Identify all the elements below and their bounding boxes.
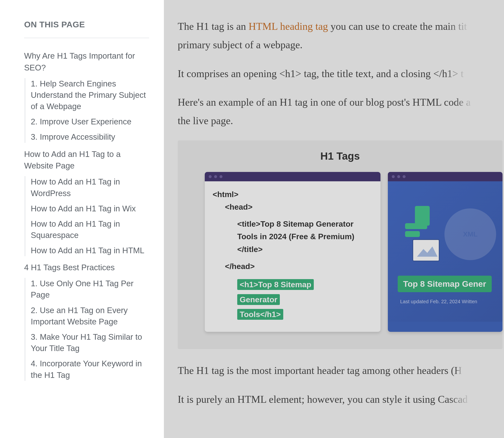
code-h1-highlight: <h1>Top 8 Sitemap Generator Tools</h1>: [213, 277, 318, 322]
bar-icon: [405, 223, 427, 229]
preview-window: XML Top 8 Sitemap Gener Last updated Feb…: [388, 172, 503, 332]
xml-badge: XML: [444, 208, 496, 260]
toc-link[interactable]: 4. Incorporate Your Keyword in the H1 Ta…: [31, 358, 149, 381]
toc-link[interactable]: How to Add an H1 Tag in HTML: [31, 245, 149, 256]
link-html-heading-tag[interactable]: HTML heading tag: [249, 21, 328, 32]
toc-section[interactable]: 4 H1 Tags Best Practices: [24, 262, 149, 273]
text: The H1 tag is an: [178, 21, 249, 32]
toc-sublist: How to Add an H1 Tag in WordPress How to…: [25, 176, 149, 256]
toc-link[interactable]: How to Add an H1 Tag in Wix: [31, 203, 149, 214]
preview-meta: Last updated Feb. 22, 2024 Written: [400, 299, 477, 304]
toc-link[interactable]: 2. Use an H1 Tag on Every Important Webs…: [31, 305, 149, 327]
code-line: <head>: [213, 201, 373, 213]
svg-marker-0: [417, 246, 438, 257]
text: primary subject of a webpage.: [178, 39, 302, 51]
toc-link[interactable]: How to Add an H1 Tag in Squarespace: [31, 218, 149, 241]
toc-section[interactable]: How to Add an H1 Tag to a Website Page: [24, 148, 149, 172]
code-line: </head>: [213, 260, 373, 273]
text: Here's an example of an H1 tag in one of…: [178, 97, 444, 108]
toc-link[interactable]: 1. Use Only One H1 Tag Per Page: [31, 278, 149, 301]
image-icon: [412, 239, 440, 261]
toc-heading: ON THIS PAGE: [24, 20, 149, 29]
window-dot-icon: [209, 175, 212, 178]
text: It is purely an HTML element; however, y…: [178, 394, 438, 405]
text: The H1 tag is the most important header …: [178, 365, 451, 376]
toc-link[interactable]: 2. Improve User Experience: [31, 116, 149, 127]
bar-icon: [405, 231, 420, 237]
toc-sublist: 1. Use Only One H1 Tag Per Page 2. Use a…: [25, 278, 149, 381]
figure-title: H1 Tags: [178, 150, 503, 162]
toc-sublist: 1. Help Search Engines Understand the Pr…: [25, 78, 149, 143]
paragraph: It is purely an HTML element; however, y…: [178, 390, 504, 409]
truncated-text: Cascad: [438, 390, 468, 409]
preview-illustration: XML Top 8 Sitemap Gener Last updated Feb…: [388, 181, 503, 322]
truncated-text: </h1> t: [433, 65, 464, 83]
window-titlebar: [205, 172, 380, 181]
window-dot-icon: [214, 175, 217, 178]
code-line: </title>: [213, 243, 373, 256]
window-dot-icon: [403, 175, 406, 178]
truncated-text: (H: [451, 361, 462, 380]
figure-h1-tags: H1 Tags <html> <head> <title: [178, 140, 503, 349]
paragraph: The H1 tag is an HTML heading tag you ca…: [178, 17, 504, 54]
paragraph: It comprises an opening <h1> tag, the ti…: [178, 65, 504, 83]
toc-link[interactable]: 1. Help Search Engines Understand the Pr…: [31, 78, 149, 112]
code-line: Tools in 2024 (Free & Premium): [213, 230, 373, 243]
divider: [24, 38, 149, 38]
text: It comprises an opening <h1> tag, the ti…: [178, 68, 433, 79]
truncated-text: main tit: [435, 17, 467, 36]
window-dot-icon: [220, 175, 222, 178]
document-icon: [415, 206, 430, 226]
text: the live page.: [178, 115, 233, 126]
toc-section[interactable]: Why Are H1 Tags Important for SEO?: [24, 50, 149, 74]
paragraph: Here's an example of an H1 tag in one of…: [178, 93, 504, 130]
paragraph: The H1 tag is the most important header …: [178, 361, 504, 380]
window-dot-icon: [397, 175, 400, 178]
code-line: <html>: [213, 188, 373, 201]
preview-headline: Top 8 Sitemap Gener: [398, 276, 492, 292]
code-window: <html> <head> <title>Top 8 Sitemap Gener…: [205, 172, 380, 332]
truncated-text: code a: [444, 93, 471, 112]
table-of-contents: ON THIS PAGE Why Are H1 Tags Important f…: [0, 0, 164, 438]
window-titlebar: [388, 172, 503, 181]
toc-list: Why Are H1 Tags Important for SEO? 1. He…: [24, 50, 149, 381]
window-dot-icon: [392, 175, 395, 178]
article-body: The H1 tag is an HTML heading tag you ca…: [164, 0, 504, 438]
toc-link[interactable]: How to Add an H1 Tag in WordPress: [31, 176, 149, 199]
toc-link[interactable]: 3. Improve Accessibility: [31, 131, 149, 143]
code-line: <title>Top 8 Sitemap Generator: [213, 218, 373, 230]
toc-link[interactable]: 3. Make Your H1 Tag Similar to Your Titl…: [31, 331, 149, 354]
text: you can use to create the: [328, 21, 435, 32]
